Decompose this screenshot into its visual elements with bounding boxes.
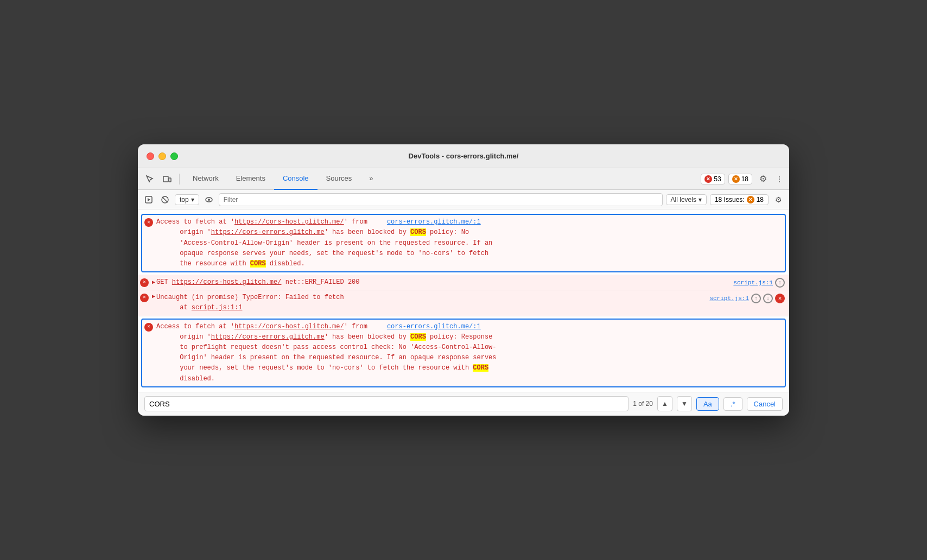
issues-badge[interactable]: 18 Issues: ✕ 18 [710, 194, 769, 205]
navigate-up-icon-2[interactable]: ↑ [775, 278, 785, 288]
warning-icon: ✕ [732, 175, 740, 183]
row-content-3: Uncaught (in promise) TypeError: Failed … [156, 292, 705, 313]
console-row-3: ✕ ▶ Uncaught (in promise) TypeError: Fai… [138, 290, 789, 316]
error-count-badge[interactable]: ✕ 53 [701, 174, 725, 184]
devtools-toolbar: Network Elements Console Sources » ✕ 53 … [138, 168, 789, 190]
search-next-button[interactable]: ▼ [677, 396, 692, 411]
inspect-element-button[interactable] [142, 171, 157, 187]
svg-line-4 [162, 197, 168, 202]
get-link[interactable]: https://cors-host.glitch.me/ [172, 278, 282, 286]
devtools-window: DevTools - cors-errors.glitch.me/ Networ… [138, 144, 789, 415]
error-icon: ✕ [704, 175, 712, 183]
tab-more[interactable]: » [360, 168, 382, 190]
device-toolbar-button[interactable] [160, 171, 175, 187]
dismiss-icon-3[interactable]: ✕ [775, 294, 785, 303]
more-button[interactable]: ⋮ [774, 171, 785, 187]
navigate-down-icon-3[interactable]: ↓ [763, 294, 773, 303]
toolbar-right: ✕ 53 ✕ 18 ⚙ ⋮ [701, 171, 785, 187]
source-link-2[interactable]: script.js:1 [733, 278, 773, 288]
tab-elements[interactable]: Elements [227, 168, 274, 190]
search-bar: 1 of 20 ▲ ▼ Aa .* Cancel [138, 392, 789, 416]
case-sensitive-button[interactable]: Aa [696, 397, 719, 411]
toolbar-tabs: Network Elements Console Sources » [184, 168, 699, 190]
toolbar-divider [179, 174, 180, 184]
maximize-button[interactable] [170, 152, 178, 160]
cors-errors-link-2[interactable]: https://cors-errors.glitch.me [211, 333, 325, 341]
tab-sources[interactable]: Sources [318, 168, 361, 190]
cors-highlight-2: CORS [250, 260, 266, 268]
console-row-4: ✕ Access to fetch at 'https://cors-host.… [141, 319, 786, 387]
row-content-4: Access to fetch at 'https://cors-host.gl… [156, 322, 780, 384]
cancel-search-button[interactable]: Cancel [747, 397, 783, 411]
cors-errors-link-1[interactable]: https://cors-errors.glitch.me [211, 228, 325, 236]
row-actions-3: script.js:1 ↑ ↓ ✕ [709, 294, 785, 303]
cors-host-link-2[interactable]: https://cors-host.glitch.me/ [234, 323, 344, 330]
source-link-4[interactable]: cors-errors.glitch.me/:1 [387, 323, 481, 330]
warning-count-badge[interactable]: ✕ 18 [728, 174, 752, 184]
source-link-1[interactable]: cors-errors.glitch.me/:1 [387, 218, 481, 226]
svg-rect-1 [169, 178, 171, 182]
title-bar: DevTools - cors-errors.glitch.me/ [138, 144, 789, 168]
row-content-1: Access to fetch at 'https://cors-host.gl… [156, 217, 780, 269]
window-title: DevTools - cors-errors.glitch.me/ [409, 152, 519, 160]
issues-icon: ✕ [747, 196, 754, 203]
cors-highlight-3: CORS [410, 333, 426, 341]
minimize-button[interactable] [158, 152, 166, 160]
regex-button[interactable]: .* [723, 397, 742, 411]
triangle-3: ▶ [152, 292, 155, 301]
error-icon-1: ✕ [144, 218, 153, 227]
filter-input[interactable] [219, 193, 663, 206]
clear-console-button[interactable] [158, 193, 172, 206]
levels-dropdown[interactable]: All levels ▾ [666, 194, 707, 205]
console-settings-button[interactable]: ⚙ [772, 193, 785, 206]
search-input[interactable] [144, 396, 628, 411]
cors-host-link-1[interactable]: https://cors-host.glitch.me/ [234, 218, 344, 226]
context-selector[interactable]: top ▾ [175, 194, 199, 205]
tab-console[interactable]: Console [274, 168, 318, 190]
console-toolbar: top ▾ All levels ▾ 18 Issues: ✕ 18 ⚙ [138, 190, 789, 209]
error-icon-3: ✕ [140, 294, 149, 302]
traffic-lights [147, 152, 178, 160]
search-count: 1 of 20 [633, 400, 653, 408]
svg-point-6 [208, 199, 210, 201]
close-button[interactable] [147, 152, 154, 160]
run-button[interactable] [142, 193, 155, 206]
svg-rect-0 [163, 176, 168, 182]
console-row-1: ✕ Access to fetch at 'https://cors-host.… [141, 214, 786, 272]
settings-button[interactable]: ⚙ [755, 171, 771, 187]
search-prev-button[interactable]: ▲ [657, 396, 672, 411]
script-link-3[interactable]: script.js:1:1 [192, 304, 243, 311]
source-link-3[interactable]: script.js:1 [709, 294, 749, 303]
error-icon-4: ✕ [144, 323, 153, 332]
navigate-up-icon-3[interactable]: ↑ [751, 294, 761, 303]
cors-highlight-1: CORS [410, 228, 426, 236]
console-row-2: ✕ ▶ GET https://cors-host.glitch.me/ net… [138, 275, 789, 290]
row-content-2: GET https://cors-host.glitch.me/ net::ER… [156, 277, 729, 288]
triangle-2: ▶ [152, 278, 155, 287]
cors-highlight-4: CORS [473, 364, 488, 372]
error-icon-2: ✕ [140, 278, 149, 287]
tab-network[interactable]: Network [184, 168, 227, 190]
row-actions-2: script.js:1 ↑ [733, 278, 785, 288]
console-content: ✕ Access to fetch at 'https://cors-host.… [138, 209, 789, 391]
eye-button[interactable] [202, 193, 215, 206]
